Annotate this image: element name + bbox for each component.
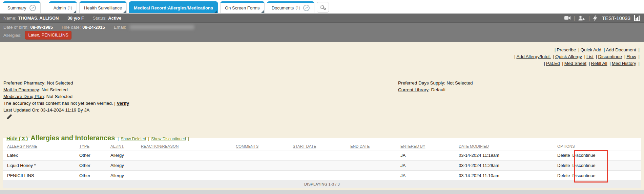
current-library-link[interactable]: Current Library [398, 87, 429, 92]
status-label: Status: [93, 16, 106, 21]
discontinue-link[interactable]: Discontinue [598, 54, 622, 59]
action-links: |Prescribe |Quick Add |Add Document | |A… [0, 42, 644, 67]
allergy-date-modified: 03-14-2024 11:19am [455, 150, 553, 161]
show-deleted-link[interactable]: Show Deleted [121, 137, 146, 141]
allergy-date-modified: 03-14-2024 11:29am [455, 161, 553, 171]
delete-option[interactable]: Delete [557, 163, 570, 168]
allergy-comments [232, 150, 289, 161]
show-discontinued-link[interactable]: Show Discontinued [151, 137, 186, 141]
lightning-bolt-icon[interactable] [593, 15, 597, 21]
allergy-reaction [137, 150, 232, 161]
med-sheet-link[interactable]: Med Sheet [564, 61, 586, 66]
allergies-section: Hide ( 3 ) Allergies and Intolerances | … [3, 134, 641, 188]
add-document-link[interactable]: Add Document [606, 47, 636, 52]
tab-health-surveillance[interactable]: Health Surveillance [79, 1, 127, 13]
flow-link[interactable]: Flow [626, 54, 636, 59]
patient-name: THOMAS, ALLISON [18, 16, 59, 21]
allergy-start-date [289, 161, 346, 171]
allergy-type: Other [75, 161, 106, 171]
last-updated-by-link[interactable]: JA [84, 107, 89, 113]
col-allergy-name[interactable]: ALLERGY NAME [3, 142, 75, 150]
tab-summary[interactable]: Summary ↗ [3, 1, 41, 13]
tab-on-screen-forms-label: On Screen Forms [225, 5, 260, 10]
table-header-row: ALLERGY NAME TYPE AL./INT. REACTION/REAS… [3, 142, 641, 150]
main-content: |Prescribe |Quick Add |Add Document | |A… [0, 42, 644, 188]
mail-in-pharmacy-link[interactable]: Mail-In Pharmacy [3, 87, 39, 92]
allergy-end-date [346, 161, 396, 171]
add-allergy-intol-link[interactable]: Add Allergy/Intol. [516, 54, 550, 59]
col-al-int[interactable]: AL./INT. [106, 142, 137, 150]
medicare-drug-plan-link[interactable]: Medicare Drug Plan [3, 94, 44, 99]
video-camera-icon[interactable] [564, 16, 570, 20]
list-link[interactable]: List [586, 54, 594, 59]
patient-banner: Name: THOMAS, ALLISON 38 y/o F Status: A… [0, 14, 644, 23]
preferred-pharmacy-link[interactable]: Preferred Pharmacy [3, 80, 44, 86]
prescribe-link[interactable]: Prescribe [557, 47, 576, 52]
allergy-comments [232, 171, 289, 181]
preferred-days-supply-link[interactable]: Preferred Days Supply [398, 80, 444, 86]
col-date-modified[interactable]: DATE MODIFIED [455, 142, 553, 150]
delete-option[interactable]: Delete [557, 153, 570, 158]
discontinue-option[interactable]: Discontinue [573, 173, 596, 178]
col-type[interactable]: TYPE [75, 142, 106, 150]
delete-option[interactable]: Delete [557, 173, 570, 178]
allergy-al-int: Allergy [106, 171, 137, 181]
col-start-date[interactable]: START DATE [289, 142, 346, 150]
allergy-al-int: Allergy [106, 150, 137, 161]
discontinue-option[interactable]: Discontinue [573, 153, 596, 158]
tab-documents[interactable]: Documents (1) ↗ [267, 1, 314, 13]
allergies-label: Allergies: [3, 32, 21, 39]
add-person-icon[interactable] [578, 16, 585, 21]
refill-all-link[interactable]: Refill All [591, 61, 607, 66]
allergy-comments [232, 161, 289, 171]
open-external-icon[interactable]: ↗ [29, 5, 36, 11]
verify-link[interactable]: Verify [117, 101, 129, 106]
med-history-link[interactable]: Med History [612, 61, 636, 66]
pharmacy-info: Preferred Pharmacy: Not Selected Mail-In… [0, 80, 644, 119]
col-comments[interactable]: COMMENTS [232, 142, 289, 150]
patient-email-redacted [130, 25, 194, 29]
allergy-entered-by: JA [396, 171, 455, 181]
hide-section-link[interactable]: Hide ( 3 ) [6, 136, 28, 141]
allergy-name: Liquid Honey * [3, 161, 75, 171]
preferred-pharmacy-value: Not Selected [47, 80, 73, 86]
allergies-table: ALLERGY NAME TYPE AL./INT. REACTION/REAS… [3, 142, 641, 180]
allergy-reaction [137, 161, 232, 171]
patient-id: TEST-10033 [602, 15, 630, 21]
tab-on-screen-forms[interactable]: On Screen Forms [220, 1, 265, 13]
settings-gears-button[interactable] [317, 2, 329, 13]
pat-ed-link[interactable]: Pat.Ed [546, 61, 560, 66]
open-external-icon[interactable]: ↗ [303, 5, 310, 11]
current-library-value: Default [431, 87, 446, 92]
email-label: Email: [114, 24, 126, 31]
tab-admin[interactable]: Admin (1) [49, 1, 77, 13]
discontinue-option[interactable]: Discontinue [573, 163, 596, 168]
allergy-type: Other [75, 171, 106, 181]
allergy-entered-by: JA [396, 161, 455, 171]
tab-documents-count: (1) [295, 6, 300, 10]
edit-pencil-icon[interactable] [7, 114, 12, 119]
patient-status: Active [108, 16, 121, 21]
allergy-al-int: Allergy [106, 161, 137, 171]
allergy-name: PENICILLINS [3, 171, 75, 181]
col-entered-by[interactable]: ENTERED BY [396, 142, 455, 150]
allergies-badge[interactable]: Latex, PENICILLINS [25, 31, 71, 40]
allergy-start-date [289, 171, 346, 181]
medicare-drug-plan-value: Not Selected [46, 94, 72, 99]
col-options: OPTIONS [553, 142, 641, 150]
col-reaction-reason[interactable]: REACTION/REASON [137, 142, 232, 150]
quick-add-link[interactable]: Quick Add [581, 47, 602, 52]
allergy-name: Latex [3, 150, 75, 161]
table-row: Latex Other Allergy JA 03-14-2024 11:19a… [3, 150, 641, 161]
tab-medical-record-allergies-medications[interactable]: Medical Record:Allergies/Medications [129, 1, 218, 13]
gears-icon [319, 4, 326, 10]
quick-allergy-link[interactable]: Quick Allergy [555, 54, 582, 59]
bar-chart-icon[interactable] [634, 15, 641, 21]
allergy-entered-by: JA [396, 150, 455, 161]
patient-dob: 08-09-1985 [30, 24, 53, 31]
allergy-end-date [346, 171, 396, 181]
tab-documents-label: Documents [272, 5, 294, 10]
name-label: Name: [3, 16, 16, 21]
col-end-date[interactable]: END DATE [346, 142, 396, 150]
patient-hire-date: 08-24-2015 [82, 24, 105, 31]
